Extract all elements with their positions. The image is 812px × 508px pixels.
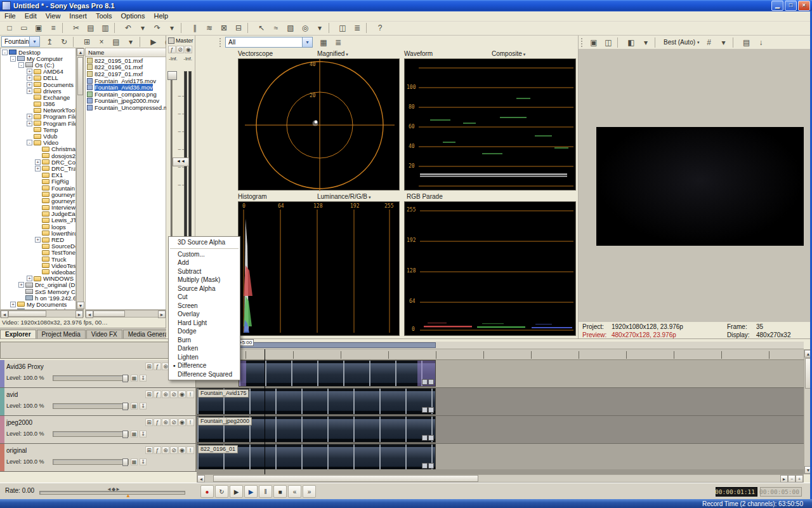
file-list-header-name[interactable]: Name xyxy=(86,48,166,57)
tree-item[interactable]: gourneyras_ xyxy=(1,191,75,197)
redo-menu-arrow[interactable]: ▾ xyxy=(165,22,179,34)
minimize-button[interactable]: ▁ xyxy=(771,1,783,11)
go-to-start-button[interactable]: « xyxy=(288,485,301,498)
track-level-slider[interactable] xyxy=(53,375,129,381)
save-snapshot-button[interactable]: ↓ xyxy=(754,36,768,49)
file-item[interactable]: 822_0195_01.mxf xyxy=(86,57,166,64)
menu-item[interactable]: Hard Light xyxy=(169,319,240,328)
tree-item[interactable]: VideoTests xyxy=(1,262,75,269)
normal-edit-tool-button[interactable]: ↖ xyxy=(254,22,268,34)
edit-tool-menu-arrow[interactable]: ▾ xyxy=(313,22,327,34)
tree-item[interactable]: NetworkTools xyxy=(1,107,75,114)
stop-button[interactable]: ■ xyxy=(273,485,287,498)
maximize-button[interactable]: □ xyxy=(785,1,797,11)
tree-item[interactable]: TestTones xyxy=(1,250,75,256)
tree-item[interactable]: dosojos2007 xyxy=(1,152,75,159)
file-item[interactable]: Fountain_Avid36.mov xyxy=(86,84,166,91)
scope-layout-button[interactable]: ▦ xyxy=(317,36,331,49)
views-button[interactable]: ▤ xyxy=(109,36,123,48)
tree-item[interactable]: + Documents and S xyxy=(1,81,75,88)
scope-settings-button[interactable]: ≣ xyxy=(331,36,345,49)
tree-item[interactable]: Christmas_O xyxy=(1,146,75,152)
track-motion-icon[interactable]: ⊞ xyxy=(145,391,153,398)
scroll-left-icon[interactable]: ◄ xyxy=(197,475,205,483)
track-fx-icon[interactable]: ƒ xyxy=(154,391,161,398)
tree-item[interactable]: + WINDOWS xyxy=(1,276,75,282)
tree-item[interactable]: - Desktop xyxy=(1,49,75,55)
preview-quality-button[interactable]: Best (Auto) xyxy=(661,37,702,48)
grid-overlay-button[interactable]: # xyxy=(702,36,716,49)
track-header[interactable]: jpeg2000 ⊞ ƒ ⊛ ⊘ ◉ ! xyxy=(0,416,196,443)
slider-thumb[interactable] xyxy=(122,458,128,466)
bypass-motion-blur-icon[interactable]: ! xyxy=(187,418,194,426)
record-button[interactable]: ● xyxy=(200,485,214,498)
event-fx-icon[interactable] xyxy=(422,407,428,413)
envelope-edit-tool-button[interactable]: ≈ xyxy=(269,22,283,34)
loop-region[interactable] xyxy=(236,342,436,348)
loop-playback-button[interactable]: ↻ xyxy=(215,485,228,498)
external-monitor-button[interactable]: ◫ xyxy=(601,36,615,49)
rate-center-icon[interactable]: ◄◆► xyxy=(107,486,121,492)
tree-item[interactable]: + drivers xyxy=(1,88,75,94)
tree-item[interactable]: + Program Files (x xyxy=(1,120,75,126)
tree-horizontal-scrollbar[interactable]: ◄ ► xyxy=(0,310,84,318)
event-fx-icon[interactable] xyxy=(422,379,428,385)
close-button[interactable]: × xyxy=(798,1,810,11)
menu-item[interactable]: Darken xyxy=(169,344,240,353)
redo-button[interactable]: ↷ xyxy=(150,22,164,34)
expand-toggle[interactable]: + xyxy=(18,282,24,288)
tree-item[interactable]: Truck xyxy=(1,256,75,262)
scope-filter-combo[interactable]: All▾ xyxy=(225,37,313,48)
tree-item[interactable]: gourneyras_ xyxy=(1,197,75,204)
menu-item[interactable]: Source Alpha xyxy=(169,284,240,293)
track-name[interactable]: avid xyxy=(6,391,18,398)
expand-toggle[interactable]: + xyxy=(27,121,32,126)
tree-item[interactable]: + My Documents xyxy=(1,301,75,307)
file-item[interactable]: Fountain_comparo.png xyxy=(86,91,166,98)
menu-item[interactable]: Subtract xyxy=(169,267,240,276)
bypass-motion-blur-icon[interactable]: ! xyxy=(187,446,194,454)
solo-icon[interactable]: ◉ xyxy=(178,418,186,426)
file-item[interactable]: Fountain_jpeg2000.mov xyxy=(86,98,166,105)
make-compositing-child-button[interactable]: ↧ xyxy=(140,403,147,410)
dock-tab[interactable]: Video FX xyxy=(86,330,122,339)
selection-edit-tool-button[interactable]: ▧ xyxy=(284,22,298,34)
marker-bar[interactable] xyxy=(197,342,804,349)
file-item[interactable]: Fountain_Uncompressed.mov xyxy=(86,104,166,111)
delete-button[interactable]: × xyxy=(95,36,108,48)
fader-thumb[interactable] xyxy=(167,71,177,80)
whats-this-help-button[interactable]: ? xyxy=(373,22,387,34)
track-lane[interactable] xyxy=(196,360,804,387)
track-header[interactable]: avid ⊞ ƒ ⊛ ⊘ ◉ ! xyxy=(0,388,196,415)
file-horizontal-scrollbar[interactable]: ◄ ► xyxy=(85,310,166,318)
automation-settings-icon[interactable]: ⊛ xyxy=(162,418,169,426)
timeline-event[interactable]: 822_0196_01 xyxy=(197,444,435,470)
track-lane[interactable]: Fountain_Avid175 xyxy=(196,388,804,415)
track-color-chip[interactable] xyxy=(0,416,4,443)
tree-item[interactable]: JudgeEamus xyxy=(1,211,75,217)
track-fx-icon[interactable]: ƒ xyxy=(154,363,161,370)
tree-item[interactable]: Temp xyxy=(1,126,75,133)
menu-item[interactable]: Difference Squared xyxy=(169,370,240,379)
copy-button[interactable]: ▤ xyxy=(84,22,98,34)
automation-settings-icon[interactable]: ⊛ xyxy=(162,446,169,454)
menu-item[interactable]: Burn xyxy=(169,336,240,345)
tree-item[interactable]: SxS Memory Card (E xyxy=(1,288,75,295)
menu-item[interactable]: Options xyxy=(117,11,150,21)
track-header[interactable]: Avid36 Proxy ⊞ ƒ ⊛ ⊘ ◉ ! xyxy=(0,360,196,387)
track-name[interactable]: Avid36 Proxy xyxy=(6,363,44,370)
event-fx-icon[interactable] xyxy=(422,463,428,469)
go-to-end-button[interactable]: » xyxy=(303,485,316,498)
event-fx-icon[interactable] xyxy=(422,435,428,441)
refresh-button[interactable]: ↻ xyxy=(57,36,71,48)
dock-tab[interactable]: Explorer xyxy=(0,330,36,339)
enable-snapping-button[interactable]: ∥ xyxy=(188,22,202,34)
mute-icon[interactable]: ⊘ xyxy=(170,446,178,454)
mixer-button[interactable]: ≣ xyxy=(350,22,364,34)
split-screen-arrow[interactable]: ▾ xyxy=(639,36,653,49)
event-pan-crop-icon[interactable] xyxy=(428,463,434,469)
track-motion-icon[interactable]: ⊞ xyxy=(145,418,153,426)
menu-item[interactable]: Tools xyxy=(91,11,117,21)
solo-icon[interactable]: ◉ xyxy=(185,46,192,53)
up-one-level-button[interactable]: ↥ xyxy=(43,36,56,48)
